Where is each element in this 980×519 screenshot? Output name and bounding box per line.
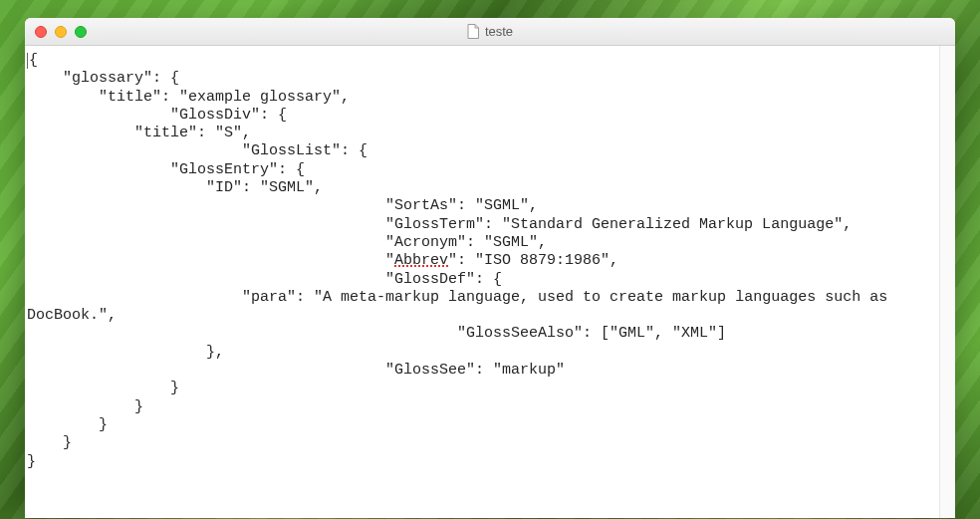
editor-line: } xyxy=(27,416,108,433)
window-title-text: teste xyxy=(485,24,513,39)
vertical-scrollbar[interactable] xyxy=(939,46,954,518)
zoom-button[interactable] xyxy=(75,26,87,38)
editor-line: "ID": "SGML", xyxy=(27,179,323,196)
editor-line: "GlossSee": "markup" xyxy=(27,362,565,379)
editor-line: } xyxy=(27,434,72,451)
editor-line: "SortAs": "SGML", xyxy=(27,197,538,214)
editor-line: } xyxy=(27,398,143,415)
editor-line: "GlossSeeAlso": ["GML", "XML"] xyxy=(27,325,726,342)
editor-textarea[interactable]: { "glossary": { "title": "example glossa… xyxy=(25,46,955,518)
document-icon xyxy=(467,24,479,39)
editor-line: "GlossTerm": "Standard Generalized Marku… xyxy=(27,216,852,233)
minimize-button[interactable] xyxy=(55,26,67,38)
editor-line: "title": "example glossary", xyxy=(27,89,350,106)
text-editor-window: teste { "glossary": { "title": "example … xyxy=(25,18,955,518)
window-title: teste xyxy=(25,24,955,39)
window-titlebar[interactable]: teste xyxy=(25,18,955,46)
spell-error: Abbrev xyxy=(394,252,448,269)
editor-line: } xyxy=(27,453,36,470)
editor-line: { xyxy=(29,52,38,69)
editor-line: "GlossEntry": { xyxy=(27,161,305,178)
editor-line: "para": "A meta-markup language, used to… xyxy=(27,289,896,324)
editor-line: "GlossDiv": { xyxy=(27,107,287,124)
editor-line: } xyxy=(27,380,179,396)
editor-line: "title": "S", xyxy=(27,125,251,141)
editor-line: "GlossList": { xyxy=(27,142,368,159)
editor-line: "Abbrev": "ISO 8879:1986", xyxy=(27,252,618,269)
editor-line: "Acronym": "SGML", xyxy=(27,234,547,251)
editor-line: "glossary": { xyxy=(27,70,179,87)
editor-line: "GlossDef": { xyxy=(27,271,502,288)
editor-line: }, xyxy=(27,344,224,361)
close-button[interactable] xyxy=(35,26,47,38)
text-caret xyxy=(27,53,28,69)
traffic-lights xyxy=(25,26,87,38)
